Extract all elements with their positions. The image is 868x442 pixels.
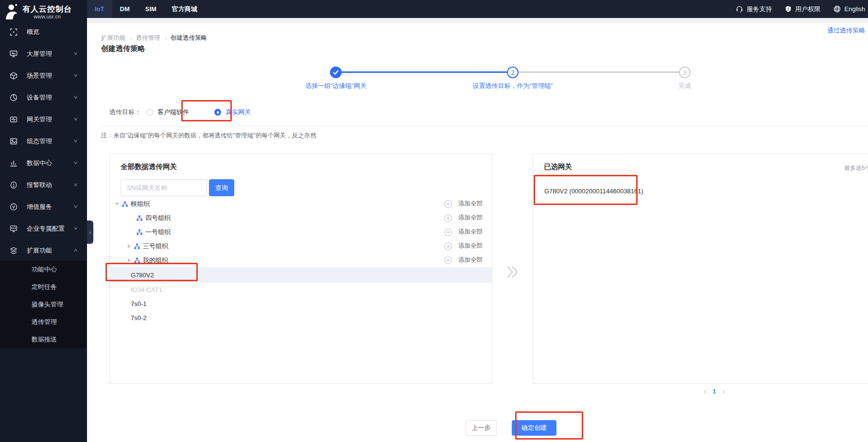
- chevron-down-icon: ˅: [74, 182, 78, 187]
- strategy-help-link[interactable]: 通过透传策略，: [827, 26, 868, 35]
- radio-client-software[interactable]: [146, 109, 153, 116]
- tab-mall[interactable]: 官方商城: [164, 0, 205, 18]
- limit-hint: 最多选5个: [844, 164, 868, 172]
- step-connector-done: [342, 71, 507, 73]
- value-service-icon: [10, 203, 17, 211]
- target-radio-group: 透传目标： 客户端软件 真实网关: [109, 108, 251, 117]
- org-label: 四号组织: [145, 214, 171, 222]
- sidebar-item-hmi[interactable]: 组态管理 ˅: [0, 130, 87, 152]
- radio-real-gateway[interactable]: [214, 109, 221, 116]
- extend-submenu: 功能中心 定时任务 摄像头管理 透传管理 数据推送: [0, 261, 87, 348]
- tab-sim[interactable]: SIM: [138, 0, 164, 18]
- circle-plus-icon: [444, 214, 452, 222]
- caret-right-icon[interactable]: [128, 244, 131, 248]
- gateway-row-g780v2[interactable]: G780V2: [110, 267, 492, 283]
- sidebar-collapse-handle[interactable]: ‹: [87, 221, 93, 244]
- section-divider: [101, 126, 868, 126]
- circle-plus-icon: [444, 256, 452, 264]
- gateway-row-7s0-2[interactable]: 7s0-2: [110, 311, 492, 325]
- gateway-search-row: 查询: [121, 179, 234, 196]
- org-label: 我的组织: [143, 256, 168, 265]
- sidebar-item-device[interactable]: 设备管理 ˅: [0, 86, 87, 108]
- breadcrumb-current: 创建透传策略: [171, 34, 207, 42]
- extend-layers-icon: [10, 247, 17, 255]
- step-3-label: 完成: [660, 82, 709, 90]
- caret-right-icon[interactable]: [128, 258, 131, 262]
- sidebar-item-enterprise-config[interactable]: 企业专属配置 ˅: [0, 218, 87, 239]
- prev-step-button[interactable]: 上一步: [466, 420, 497, 436]
- usr-cloud-console: IoT DM SIM 官方商城 服务支持 用户权限 English: [0, 0, 868, 442]
- sidebar-item-datacenter[interactable]: 数据中心 ˅: [0, 152, 87, 174]
- submenu-item-camera-management[interactable]: 摄像头管理: [0, 296, 87, 313]
- brand-title: 有人云控制台: [22, 4, 72, 14]
- support-menu[interactable]: 服务支持: [736, 5, 772, 14]
- sidebar-item-scene[interactable]: 场景管理 ˅: [0, 65, 87, 86]
- org-label: 一号组织: [145, 228, 171, 237]
- org-label: 根组织: [131, 200, 150, 208]
- tab-dm[interactable]: DM: [112, 0, 138, 18]
- selected-gateways-panel: 已选网关 最多选5个 G780V2 (00002000114460038161): [533, 153, 868, 384]
- gateway-row-7s0-1[interactable]: 7s0-1: [110, 297, 492, 311]
- selected-gateway-item[interactable]: G780V2 (00002000114460038161): [544, 187, 643, 195]
- permissions-label: 用户权限: [795, 5, 820, 14]
- sidebar-item-bigscreen[interactable]: 大屏管理 ˅: [0, 43, 87, 65]
- tree-row-my-org[interactable]: 我的组织 添加全部: [110, 253, 492, 267]
- language-menu[interactable]: English: [833, 5, 865, 13]
- tree-row-root-org[interactable]: 根组织 添加全部: [110, 197, 492, 211]
- chevron-down-icon: ˅: [74, 138, 78, 144]
- enterprise-config-icon: [10, 225, 17, 233]
- submenu-item-data-push[interactable]: 数据推送: [0, 331, 87, 348]
- organization-icon: [137, 215, 142, 221]
- next-page-arrow[interactable]: ›: [722, 387, 725, 395]
- radio-real-label[interactable]: 真实网关: [226, 108, 251, 117]
- breadcrumb-separator: ›: [130, 35, 132, 41]
- permissions-menu[interactable]: 用户权限: [785, 5, 820, 14]
- chevron-down-icon: ˅: [74, 160, 78, 166]
- organization-icon: [122, 201, 128, 207]
- search-button[interactable]: 查询: [209, 179, 234, 196]
- sidebar-item-extend[interactable]: 扩展功能 ˄: [0, 239, 87, 261]
- step-3-circle: 3: [679, 67, 691, 78]
- tree-row-org-3[interactable]: 三号组织 添加全部: [110, 239, 492, 253]
- sidebar-item-value-service[interactable]: 增值服务 ˅: [0, 196, 87, 218]
- org-label: 三号组织: [143, 242, 168, 251]
- step-1-circle: [330, 67, 342, 78]
- gateway-search-input[interactable]: [121, 179, 207, 196]
- organization-icon: [134, 243, 140, 249]
- tab-iot[interactable]: IoT: [87, 0, 112, 18]
- top-nav: IoT DM SIM 官方商城 服务支持 用户权限 English: [87, 0, 868, 18]
- add-all-root[interactable]: 添加全部: [444, 200, 483, 208]
- sidebar-item-overview[interactable]: 概览: [0, 21, 87, 43]
- page-number[interactable]: 1: [712, 388, 716, 395]
- sidebar-item-alarm[interactable]: 报警联动 ˅: [0, 174, 87, 196]
- confirm-create-button[interactable]: 确定创建: [512, 420, 556, 436]
- caret-down-icon[interactable]: [115, 203, 119, 205]
- gateway-row-io34-cat1: IO34-CAT1: [110, 283, 492, 297]
- brand-logo[interactable]: 有人云控制台 www.usr.cn: [0, 0, 87, 23]
- hmi-image-icon: [10, 137, 17, 145]
- step-1-label: 选择一组"边缘端"网关: [287, 82, 384, 90]
- step-2-circle: 2: [507, 67, 519, 78]
- radio-client-label[interactable]: 客户端软件: [157, 108, 189, 117]
- prev-page-arrow[interactable]: ‹: [704, 387, 706, 395]
- target-label: 透传目标：: [109, 108, 141, 117]
- selected-gateways-title: 已选网关: [544, 162, 572, 171]
- organization-icon: [134, 257, 140, 263]
- add-all-org-3[interactable]: 添加全部: [444, 242, 483, 250]
- overview-scan-icon: [10, 28, 17, 36]
- scene-cube-icon: [10, 72, 17, 80]
- add-all-org-1[interactable]: 添加全部: [444, 228, 483, 236]
- tree-row-org-1[interactable]: 一号组织 添加全部: [110, 225, 492, 239]
- breadcrumb-extend[interactable]: 扩展功能: [101, 34, 125, 42]
- sidebar-item-gateway[interactable]: 网关管理 ˅: [0, 108, 87, 130]
- globe-icon: [833, 5, 841, 13]
- organization-icon: [137, 229, 142, 235]
- tree-row-org-4[interactable]: 四号组织 添加全部: [110, 211, 492, 225]
- org-gateway-tree: 根组织 添加全部 四号组织 添加全部: [110, 197, 492, 325]
- add-all-my-org[interactable]: 添加全部: [444, 256, 483, 264]
- submenu-item-passthrough-management[interactable]: 透传管理: [0, 313, 87, 331]
- submenu-item-scheduled-tasks[interactable]: 定时任务: [0, 278, 87, 296]
- submenu-item-function-center[interactable]: 功能中心: [0, 261, 87, 278]
- add-all-org-4[interactable]: 添加全部: [444, 214, 483, 222]
- breadcrumb-passthrough[interactable]: 透传管理: [136, 34, 160, 42]
